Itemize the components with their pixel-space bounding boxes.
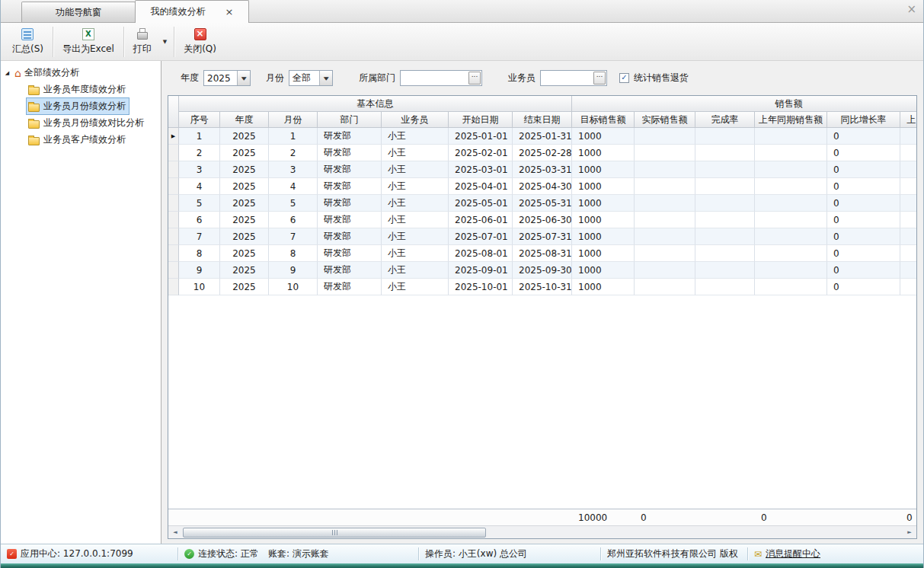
table-row[interactable]: 620256研发部小王2025-06-012025-06-3010000 [168,212,916,228]
column-header[interactable]: 目标销售额 [572,112,635,128]
tree-item-label: 业务员年度绩效分析 [43,83,126,96]
table-cell: 0 [827,145,900,161]
row-selector[interactable] [168,212,179,228]
print-dropdown-caret-icon[interactable]: ▼ [158,25,171,59]
scrollbar-track[interactable] [181,527,903,538]
column-header[interactable]: 同比增长率 [827,112,900,128]
row-selector[interactable] [168,279,179,295]
table-row[interactable]: 920259研发部小王2025-09-012025-09-3010000 [168,262,916,279]
table-row[interactable]: 820258研发部小王2025-08-012025-08-3110000 [168,245,916,262]
department-input[interactable] [401,72,468,85]
table-cell: 1000 [572,262,635,279]
table-cell [635,279,695,295]
column-header[interactable]: 部门 [318,112,382,128]
column-header[interactable]: 序号 [179,112,220,128]
table-cell [635,145,695,161]
table-cell [900,195,917,212]
table-row[interactable]: 220252研发部小王2025-02-012025-02-2810000 [168,145,916,161]
column-header[interactable]: 开始日期 [449,112,513,128]
table-cell [755,245,827,262]
row-selector[interactable] [168,161,179,178]
printer-icon [136,28,149,40]
table-cell: 2025-10-31 [513,279,572,295]
table-row[interactable]: ▶120251研发部小王2025-01-012025-01-3110000 [168,128,916,145]
column-header[interactable]: 结束日期 [513,112,572,128]
horizontal-scrollbar[interactable]: ◄ ► [168,525,916,538]
table-cell [755,262,827,279]
table-cell: 6 [269,212,318,228]
table-cell [755,195,827,212]
department-browse-button[interactable]: ... [468,72,481,85]
year-select[interactable]: 2025 ▼ [203,70,251,86]
tree-item[interactable]: 业务员月份绩效分析 [27,98,129,114]
table-cell: 2025 [220,145,269,161]
tab-my-performance-label: 我的绩效分析 [151,5,206,18]
column-header[interactable]: 上年同期销售额 [755,112,827,128]
table-cell: 8 [269,245,318,262]
folder-icon [28,120,40,129]
tab-function-nav[interactable]: 功能导航窗 [21,2,136,22]
row-selector[interactable] [168,262,179,279]
summary-cell: 0 [755,512,827,523]
column-header[interactable]: 月份 [269,112,318,128]
table-cell: 0 [827,161,900,178]
table-row[interactable]: 320253研发部小王2025-03-012025-03-3110000 [168,161,916,178]
row-selector[interactable] [168,178,179,195]
table-row[interactable]: 720257研发部小王2025-07-012025-07-3110000 [168,228,916,245]
table-cell: 7 [269,228,318,245]
tree-item[interactable]: 业务员月份绩效对比分析 [27,115,147,131]
month-select[interactable]: 全部 ▼ [289,70,333,86]
row-selector[interactable] [168,145,179,161]
tree-item[interactable]: 业务员客户绩效分析 [27,132,129,148]
table-cell: 2025 [220,245,269,262]
table-cell: 2025 [220,178,269,195]
scroll-right-arrow-icon[interactable]: ► [903,529,916,535]
connection-status: 连接状态: 正常 [198,547,259,560]
group-header-basic[interactable]: 基本信息 [179,96,572,112]
row-selector[interactable] [168,195,179,212]
table-cell [695,128,755,145]
table-row[interactable]: 10202510研发部小王2025-10-012025-10-3110000 [168,279,916,295]
scroll-left-arrow-icon[interactable]: ◄ [169,529,181,535]
column-header[interactable]: 完成率 [695,112,755,128]
close-button[interactable]: 关闭(Q) [177,25,223,59]
grid-empty-area [168,295,916,509]
salesman-input[interactable] [542,72,593,85]
salesman-browse-button[interactable]: ... [593,72,606,85]
table-cell: 研发部 [318,145,382,161]
tree-expander-icon[interactable]: ◢ [3,70,11,76]
returns-checkbox[interactable]: ✓ [619,73,629,83]
tree-root-item[interactable]: ◢ ⌂ 全部绩效分析 [1,65,161,81]
table-cell: 小王 [382,245,449,262]
window-close-icon[interactable]: × [906,4,916,15]
table-cell: 1000 [572,161,635,178]
table-cell [755,228,827,245]
column-header[interactable]: 实际销售额 [635,112,695,128]
table-cell [635,262,695,279]
table-cell [755,161,827,178]
column-header[interactable]: 业务员 [382,112,449,128]
table-cell [695,145,755,161]
table-cell: 2025 [220,161,269,178]
scrollbar-thumb[interactable] [183,528,486,538]
print-button[interactable]: 打印 [126,25,158,59]
table-row[interactable]: 420254研发部小王2025-04-012025-04-3010000 [168,178,916,195]
table-cell: 2025-05-31 [513,195,572,212]
column-header[interactable]: 年度 [220,112,269,128]
group-header-sales[interactable]: 销售额 [572,96,916,112]
message-center-link[interactable]: 消息提醒中心 [766,547,820,560]
year-dropdown-icon[interactable]: ▼ [237,71,250,85]
tab-my-performance[interactable]: 我的绩效分析 × [135,0,249,23]
row-selector[interactable] [168,228,179,245]
current-row-pointer-icon[interactable]: ▶ [168,128,179,145]
export-excel-button[interactable]: 导出为Excel [56,25,121,59]
month-dropdown-icon[interactable]: ▼ [319,71,332,85]
excel-icon [82,28,94,40]
table-cell [695,212,755,228]
row-selector[interactable] [168,245,179,262]
table-row[interactable]: 520255研发部小王2025-05-012025-05-3110000 [168,195,916,212]
tree-item[interactable]: 业务员年度绩效分析 [27,81,129,97]
tab-close-icon[interactable]: × [225,7,234,17]
column-header[interactable]: 上 [900,112,916,128]
summarize-button[interactable]: 汇总(S) [5,25,50,59]
